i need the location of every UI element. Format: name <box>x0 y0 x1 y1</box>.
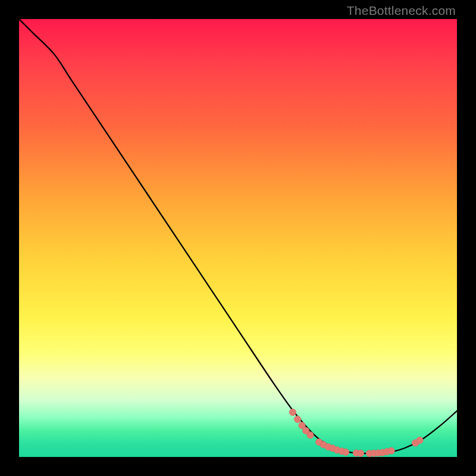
bottleneck-curve <box>19 19 457 453</box>
data-dot <box>357 450 364 456</box>
data-dot <box>289 409 296 415</box>
data-dots <box>289 409 423 456</box>
chart-frame: TheBottleneck.com <box>0 0 476 476</box>
curve-layer <box>19 19 457 457</box>
data-dot <box>416 437 423 443</box>
data-dot <box>388 447 394 454</box>
data-dot <box>294 416 300 422</box>
data-dot <box>342 449 349 455</box>
plot-area <box>19 19 457 457</box>
watermark-text: TheBottleneck.com <box>347 4 456 18</box>
data-dot <box>307 432 314 439</box>
